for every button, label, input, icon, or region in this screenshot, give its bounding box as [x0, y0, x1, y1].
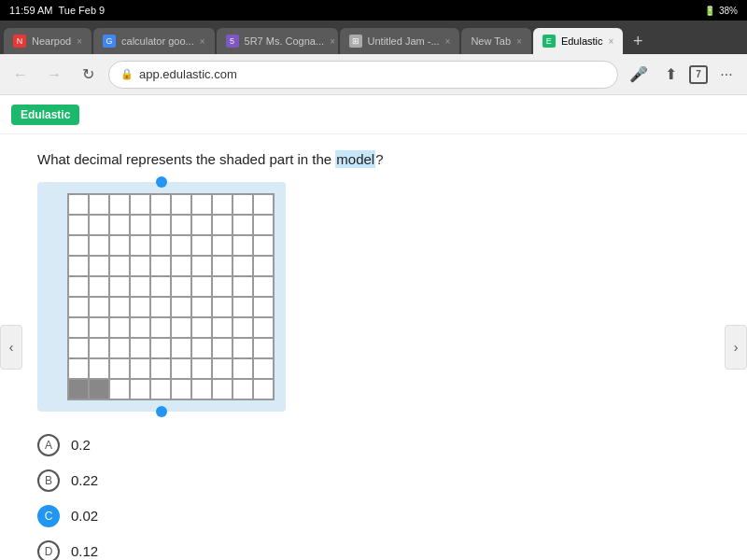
grid-cell-9-6[interactable] [191, 379, 212, 399]
grid-cell-0-8[interactable] [233, 194, 253, 215]
grid-cell-7-1[interactable] [89, 338, 109, 358]
grid-cell-4-8[interactable] [233, 276, 253, 297]
grid-cell-0-9[interactable] [253, 194, 274, 215]
tab-untitled-jam-close[interactable]: × [445, 36, 451, 47]
grid-cell-4-5[interactable] [171, 276, 191, 297]
grid-cell-1-5[interactable] [171, 215, 191, 235]
tab-nearpod-close[interactable]: × [77, 36, 82, 47]
grid-cell-2-4[interactable] [150, 235, 171, 256]
tab-untitled-jam[interactable]: ⊞ Untitled Jam -... × [340, 28, 460, 54]
grid-cell-0-4[interactable] [150, 194, 171, 215]
next-question-button[interactable]: › [725, 325, 747, 370]
grid-cell-3-6[interactable] [191, 256, 212, 276]
grid-cell-1-0[interactable] [68, 215, 89, 235]
grid-cell-7-9[interactable] [253, 338, 274, 358]
grid-cell-2-8[interactable] [233, 235, 253, 256]
grid-cell-5-4[interactable] [150, 297, 171, 317]
grid-cell-7-0[interactable] [68, 338, 89, 358]
grid-cell-8-4[interactable] [150, 358, 171, 379]
grid-cell-6-9[interactable] [253, 317, 274, 338]
grid-cell-4-0[interactable] [68, 276, 89, 297]
selection-dot-top[interactable] [156, 176, 167, 188]
grid-cell-9-7[interactable] [212, 379, 233, 399]
grid-cell-7-5[interactable] [171, 338, 191, 358]
grid-cell-5-0[interactable] [68, 297, 89, 317]
grid-cell-4-1[interactable] [89, 276, 109, 297]
tab-5r7-close[interactable]: × [330, 36, 335, 47]
grid-cell-3-3[interactable] [130, 256, 150, 276]
tab-new-tab[interactable]: New Tab × [461, 28, 530, 54]
back-button[interactable]: ← [7, 62, 34, 88]
grid-cell-6-8[interactable] [233, 317, 253, 338]
tab-google-calc[interactable]: G calculator goo... × [93, 28, 215, 54]
grid-cell-1-6[interactable] [191, 215, 212, 235]
grid-cell-9-8[interactable] [233, 379, 253, 399]
tab-count[interactable]: 7 [689, 65, 708, 84]
grid-cell-2-7[interactable] [212, 235, 233, 256]
microphone-icon[interactable]: 🎤 [626, 62, 652, 88]
grid-cell-7-2[interactable] [109, 338, 130, 358]
grid-cell-2-2[interactable] [109, 235, 130, 256]
grid-cell-3-9[interactable] [253, 256, 274, 276]
grid-cell-5-8[interactable] [233, 297, 253, 317]
grid-cell-0-5[interactable] [171, 194, 191, 215]
choice-item-c[interactable]: C0.02 [37, 505, 710, 527]
grid-cell-7-4[interactable] [150, 338, 171, 358]
grid-cell-6-4[interactable] [150, 317, 171, 338]
grid-cell-3-7[interactable] [212, 256, 233, 276]
grid-cell-9-2[interactable] [109, 379, 130, 399]
grid-cell-6-7[interactable] [212, 317, 233, 338]
grid-cell-0-1[interactable] [89, 194, 109, 215]
grid-cell-0-2[interactable] [109, 194, 130, 215]
grid-cell-6-5[interactable] [171, 317, 191, 338]
grid-cell-5-5[interactable] [171, 297, 191, 317]
grid-cell-6-6[interactable] [191, 317, 212, 338]
choice-item-d[interactable]: D0.12 [37, 540, 710, 561]
grid-cell-0-7[interactable] [212, 194, 233, 215]
choice-item-a[interactable]: A0.2 [37, 434, 710, 456]
grid-cell-9-9[interactable] [253, 379, 274, 399]
new-tab-button[interactable]: + [625, 28, 651, 54]
url-bar[interactable]: 🔒 app.edulastic.com [108, 61, 618, 89]
grid-cell-5-3[interactable] [130, 297, 150, 317]
grid-cell-8-1[interactable] [89, 358, 109, 379]
more-options-icon[interactable]: ··· [713, 62, 740, 88]
grid-cell-1-1[interactable] [89, 215, 109, 235]
grid-cell-0-6[interactable] [191, 194, 212, 215]
grid-cell-2-3[interactable] [130, 235, 150, 256]
grid-cell-3-1[interactable] [89, 256, 109, 276]
grid-cell-6-0[interactable] [68, 317, 89, 338]
grid-cell-1-3[interactable] [130, 215, 150, 235]
grid-cell-3-5[interactable] [171, 256, 191, 276]
selection-dot-bottom[interactable] [156, 406, 167, 417]
reload-button[interactable]: ↻ [75, 62, 101, 88]
grid-cell-6-2[interactable] [109, 317, 130, 338]
grid-cell-8-3[interactable] [130, 358, 150, 379]
grid-cell-2-0[interactable] [68, 235, 89, 256]
grid-cell-0-3[interactable] [130, 194, 150, 215]
grid-cell-4-2[interactable] [109, 276, 130, 297]
grid-cell-3-2[interactable] [109, 256, 130, 276]
grid-cell-4-4[interactable] [150, 276, 171, 297]
grid-cell-9-5[interactable] [171, 379, 191, 399]
grid-cell-8-6[interactable] [191, 358, 212, 379]
grid-cell-2-5[interactable] [171, 235, 191, 256]
tab-edulastic[interactable]: E Edulastic × [533, 28, 623, 54]
forward-button[interactable]: → [41, 62, 67, 88]
grid-cell-6-1[interactable] [89, 317, 109, 338]
grid-cell-3-8[interactable] [233, 256, 253, 276]
grid-cell-7-3[interactable] [130, 338, 150, 358]
grid-cell-4-3[interactable] [130, 276, 150, 297]
grid-cell-1-9[interactable] [253, 215, 274, 235]
tab-google-calc-close[interactable]: × [200, 36, 205, 47]
grid-cell-5-9[interactable] [253, 297, 274, 317]
grid-cell-2-1[interactable] [89, 235, 109, 256]
tab-nearpod[interactable]: N Nearpod × [4, 28, 92, 54]
grid-cell-9-0[interactable] [68, 379, 89, 399]
grid-cell-7-8[interactable] [233, 338, 253, 358]
grid-cell-1-2[interactable] [109, 215, 130, 235]
grid-cell-3-0[interactable] [68, 256, 89, 276]
grid-cell-8-7[interactable] [212, 358, 233, 379]
grid-cell-5-6[interactable] [191, 297, 212, 317]
choice-item-b[interactable]: B0.22 [37, 469, 710, 492]
